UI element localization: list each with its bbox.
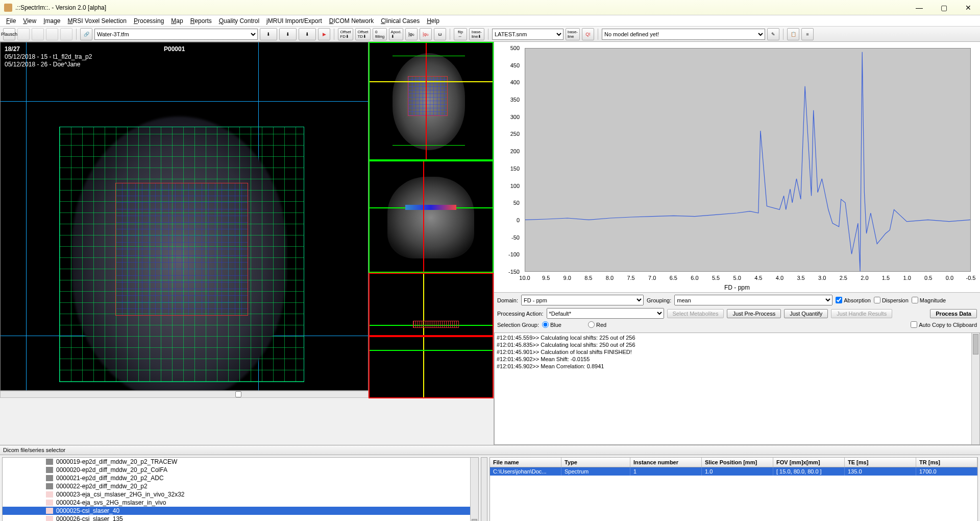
qi-icon[interactable]: Q!	[582, 28, 594, 40]
tree-item[interactable]: 0000025-csi_slaser_40	[3, 507, 478, 515]
table-cell[interactable]: C:\Users\johan\Doc...	[490, 467, 561, 476]
splitter[interactable]	[481, 457, 487, 521]
table-cell[interactable]: Spectrum	[561, 467, 630, 476]
file-table[interactable]: File nameTypeInstance numberSlice Positi…	[489, 457, 978, 521]
proc-action-select[interactable]: *Default*	[547, 308, 664, 319]
list-icon[interactable]: ≡	[801, 28, 814, 40]
x-tick: 9.5	[542, 275, 550, 281]
magnitude-check[interactable]: Magnitude	[912, 297, 946, 303]
menu-view[interactable]: View	[20, 16, 39, 26]
offset-fd[interactable]: OffsetFD⬇	[338, 28, 353, 40]
sel-red-radio[interactable]: Red	[588, 321, 606, 328]
grouping-select[interactable]: mean	[674, 295, 832, 305]
axial-locator[interactable]	[369, 42, 494, 160]
tree-item[interactable]: 0000019-ep2d_diff_mddw_20_p2_TRACEW	[3, 458, 478, 466]
copy-icon[interactable]: 📋	[787, 28, 799, 40]
table-cell[interactable]: [ 15.0, 80.0, 80.0 ]	[773, 467, 845, 476]
sag-locator-1[interactable]	[369, 273, 494, 336]
offset-td[interactable]: OffsetTD⬇	[355, 28, 371, 40]
column-header[interactable]: Instance number	[630, 458, 702, 467]
omega-icon[interactable]: ω	[434, 28, 446, 40]
tree-item[interactable]: 0000021-ep2d_diff_mddw_20_p2_ADC	[3, 474, 478, 482]
snm-select[interactable]: LATEST.snm	[492, 29, 564, 40]
log-scrollbar[interactable]	[971, 333, 979, 444]
link-icon[interactable]: 🔗	[80, 28, 92, 40]
menu-jmrui-import-export[interactable]: jMRUI Import/Export	[263, 16, 325, 26]
column-header[interactable]: Type	[561, 458, 630, 467]
sel-blue-radio[interactable]: Blue	[542, 321, 561, 328]
coronal-locator[interactable]	[369, 160, 494, 273]
select-metabolites-button[interactable]: Select Metabolites	[667, 309, 724, 318]
phi0-red-icon[interactable]: |φ₀	[420, 28, 432, 40]
tool-icon[interactable]	[46, 28, 58, 40]
model-select[interactable]: No model defined yet!	[602, 29, 765, 40]
tree-item[interactable]: 0000026-csi_slaser_135	[3, 515, 478, 521]
sag-locator-2[interactable]	[369, 336, 494, 398]
chart-x-axis-label: FD - ppm	[494, 284, 980, 291]
handle-results-button[interactable]: Just Handle Results	[831, 309, 892, 318]
tree-item[interactable]: 0000024-eja_svs_2HG_mslaser_in_vivo	[3, 499, 478, 507]
edit-icon[interactable]: ✎	[767, 28, 779, 40]
flip-lr[interactable]: flip↔	[454, 28, 467, 40]
menu-quality-control[interactable]: Quality Control	[216, 16, 262, 26]
column-header[interactable]: Slice Position [mm]	[702, 458, 773, 467]
water-model-select[interactable]: Water-3T.tfm	[94, 29, 258, 40]
menu-image[interactable]: Image	[40, 16, 63, 26]
series-icon	[46, 475, 53, 481]
phi0-icon[interactable]: |φ₀	[405, 28, 418, 40]
menu-processing[interactable]: Processing	[131, 16, 167, 26]
tdfdfe2-drop[interactable]: ⬇	[299, 28, 316, 40]
dispersion-check[interactable]: Dispersion	[874, 297, 909, 303]
absorption-check[interactable]: Absorption	[836, 297, 871, 303]
table-cell[interactable]: 1.0	[702, 467, 773, 476]
preprocess-button[interactable]: Just Pre-Process	[727, 309, 781, 318]
baseline-drop[interactable]: base-line⬇	[469, 28, 484, 40]
apod[interactable]: Apod.⬇	[389, 28, 403, 40]
menu-help[interactable]: Help	[424, 16, 443, 26]
x-tick: 9.0	[564, 275, 571, 281]
tree-item[interactable]: 0000020-ep2d_diff_mddw_20_p2_ColFA	[3, 466, 478, 474]
process-data-button[interactable]: Process Data	[930, 309, 977, 318]
spectrum-chart[interactable]: -150-100-5005010015020025030035040045050…	[494, 42, 980, 292]
menu-file[interactable]: File	[3, 16, 19, 26]
menu-reports[interactable]: Reports	[187, 16, 215, 26]
ofilling[interactable]: 0filling	[373, 28, 387, 40]
table-cell[interactable]: 1	[630, 467, 702, 476]
column-header[interactable]: TR [ms]	[916, 458, 977, 467]
tool-icon[interactable]	[60, 28, 72, 40]
menu-mrsi-voxel-selection[interactable]: MRSI Voxel Selection	[65, 16, 130, 26]
play-icon[interactable]: ▶	[318, 28, 330, 40]
table-cell[interactable]: 135.0	[845, 467, 916, 476]
column-header[interactable]: FOV [mm]x[mm]	[773, 458, 845, 467]
column-header[interactable]: TE [ms]	[845, 458, 916, 467]
domain-select[interactable]: FD - ppm	[521, 295, 644, 305]
baseline2[interactable]: base-line	[566, 28, 580, 40]
y-tick: -150	[508, 269, 520, 275]
column-header[interactable]: File name	[490, 458, 561, 467]
close-button[interactable]: ✕	[961, 4, 976, 12]
slice-slider[interactable]	[0, 391, 369, 398]
main-viewer[interactable]: 18/27 05/12/2018 - 15 - t1_fl2d_tra_p2 0…	[0, 42, 369, 391]
tool-plausch[interactable]: Plausch	[3, 28, 15, 40]
quantify-button[interactable]: Just Quantify	[784, 309, 828, 318]
x-tick: 8.5	[584, 275, 592, 281]
hlsvd-drop[interactable]: ⬇	[279, 28, 297, 40]
menu-dicom-network[interactable]: DICOM Network	[326, 16, 377, 26]
x-tick: 6.0	[691, 275, 698, 281]
tool-icon[interactable]	[17, 28, 30, 40]
menu-map[interactable]: Map	[168, 16, 186, 26]
series-tree[interactable]: 0000019-ep2d_diff_mddw_20_p2_TRACEW00000…	[2, 457, 479, 521]
table-cell[interactable]: 1700.0	[916, 467, 977, 476]
tdfdfe-drop[interactable]: ⬇	[260, 28, 277, 40]
y-tick: 200	[510, 148, 520, 154]
maximize-button[interactable]: ▢	[936, 4, 951, 12]
autocopy-check[interactable]: Auto Copy to Clipboard	[911, 321, 977, 328]
minimize-button[interactable]: —	[912, 4, 927, 12]
menu-clinical-cases[interactable]: Clinical Cases	[378, 16, 423, 26]
tool-icon[interactable]	[32, 28, 44, 40]
log-output[interactable]: #12:01:45.559>> Calculating local shifts…	[494, 333, 980, 445]
tree-item[interactable]: 0000022-ep2d_diff_mddw_20_p2	[3, 482, 478, 490]
tree-scrollbar[interactable]	[470, 458, 478, 521]
tree-item[interactable]: 0000023-eja_csi_mslaser_2HG_in_vivo_32x3…	[3, 490, 478, 499]
x-tick: 2.0	[861, 275, 868, 281]
